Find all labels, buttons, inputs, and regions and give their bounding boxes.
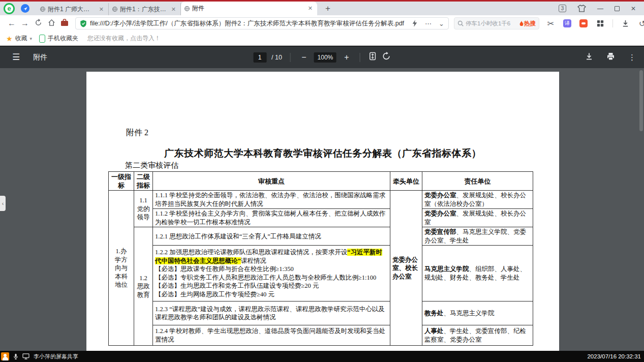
audit-task-table: 一级指标 二级指标 审核重点 牵头单位 责任单位 1.办 学方 向与 本科 地位… <box>108 171 533 346</box>
favorites-star-icon[interactable]: ★ <box>6 35 13 43</box>
url-text[interactable]: file:///D:/李小萍/法学院工作/（广东省指标体系）附件2：广东技术师范… <box>90 19 412 28</box>
rotate-button[interactable] <box>382 52 391 63</box>
browser-logo-icon[interactable]: e <box>4 3 15 14</box>
close-window-button[interactable]: ✕ <box>631 5 636 12</box>
required-item: 【必选】专职党务工作人员和思想政治工作人员总数与全校师生人数比例≥1:100 <box>155 274 388 282</box>
screenshot-scissors-icon[interactable]: ✂ <box>546 19 555 28</box>
forward-button[interactable]: → <box>18 19 32 28</box>
address-bar[interactable]: file:///D:/李小萍/法学院工作/（广东省指标体系）附件2：广东技术师范… <box>75 17 449 29</box>
pdf-more-menu-icon[interactable]: ⋮ <box>628 53 636 62</box>
audit-category: 第二类审核评估 <box>125 161 178 170</box>
screen-share-taskbar: 李小萍的屏幕共享 2023/07/16 20:32:31 <box>0 351 644 362</box>
pdf-page: 附件 2 广东技术师范大学本科教育教学审核评估任务分解表（广东省指标体系） 第二… <box>86 72 559 351</box>
tab-1[interactable]: 附件1 广师大教【2019】168 ✕ <box>37 3 109 15</box>
address-dropdown-icon[interactable]: ⌄ <box>439 20 444 27</box>
table-row: 1.2.3 “课程思政”建设与成效，课程思政示范课程、课程思政教学研究示范中心以… <box>109 301 533 325</box>
tab-title: 附件1：广东技术师范大学本科 <box>120 5 168 14</box>
level1-indicator-cell: 1.办 学方 向与 本科 地位 <box>109 191 134 346</box>
speed-mode-bolt-icon[interactable] <box>412 20 418 27</box>
document-title: 广东技术师范大学本科教育教学审核评估任务分解表（广东省指标体系） <box>86 147 559 160</box>
hot-search-link[interactable]: 热搜 <box>519 20 536 27</box>
fit-page-button[interactable] <box>369 52 377 63</box>
required-item: 【必选】思政课专任教师与折合在校生比例≥1:350 <box>155 265 388 274</box>
toolbar-extensions: ✂ 译 ↺ ≡ <box>546 19 644 28</box>
vertical-scrollbar-thumb[interactable] <box>639 70 643 131</box>
translate-icon[interactable]: 译 <box>563 19 571 27</box>
address-more-icon[interactable]: ⋯ <box>425 20 432 27</box>
recording-timestamp: 2023/07/16 20:32:31 <box>587 353 644 359</box>
zoom-in-button[interactable]: + <box>342 53 352 62</box>
zoom-level[interactable]: 100% <box>314 52 336 63</box>
back-button[interactable]: ← <box>5 19 18 28</box>
apps-grid-icon[interactable] <box>596 19 604 28</box>
header-focus: 审核重点 <box>153 172 390 191</box>
required-item: 【必选】生均思政工作和党务工作队伍建设专项经费≥20 元 <box>155 282 388 290</box>
pdf-page-controls: 1 / 10 − 100% + <box>253 52 391 63</box>
theme-skin-icon[interactable] <box>577 5 586 12</box>
pdf-sidebar-menu-icon[interactable]: ☰ <box>12 52 20 63</box>
bookmarks-import-hint[interactable]: 您还没有收藏，点击导入！ <box>87 34 161 43</box>
globe-icon <box>112 6 118 12</box>
pdf-toolbar-divider <box>290 53 291 62</box>
browser-toolbar: ← → file:///D:/李小萍/法学院工作/（广东省指标体系）附件2：广东… <box>0 15 644 32</box>
mobile-bookmarks-folder[interactable]: 手机收藏夹 <box>48 34 78 43</box>
attachment-number: 附件 2 <box>126 128 148 138</box>
globe-icon <box>184 6 190 12</box>
pdf-toolbar: ☰ 附件 1 / 10 − 100% + ⋮ <box>0 46 644 68</box>
responsible-1-1-2: 党委办公室、发展规划处、校长办公室 <box>422 209 533 227</box>
responsible-1-2-3: 教务处、马克思主义学院 <box>422 301 533 325</box>
pinned-extension-icon[interactable] <box>21 4 29 13</box>
responsible-1-2-1: 党委宣传部、马克思主义学院、党委办公室、学生处 <box>422 227 533 246</box>
maximize-button[interactable] <box>615 6 620 11</box>
search-box[interactable]: 停车1小时收1千6 热搜 <box>454 17 539 29</box>
table-row: 1.办 学方 向与 本科 地位 1.1 党的 领导 1.1.1 学校坚持党的全面… <box>109 191 533 209</box>
reload-button[interactable] <box>32 19 45 28</box>
minimize-button[interactable]: — <box>597 5 603 12</box>
header-level2: 二级指标 <box>134 172 153 191</box>
lead-unit-cell: 党委办公室、校长办公室 <box>390 191 422 346</box>
page-number-input[interactable]: 1 <box>253 52 266 63</box>
table-row: 1.2.4 学校对教师、学生出现思想政治、道德品质等负面问题能否及时发现和妥当处… <box>109 325 533 346</box>
game-center-icon[interactable] <box>579 19 588 27</box>
pdf-document-title: 附件 <box>33 53 47 62</box>
pdf-download-button[interactable] <box>585 52 593 63</box>
toolbox-icon[interactable] <box>58 19 71 28</box>
focus-1-1-1: 1.1.1 学校坚持党的全面领导，依法治教、依法办学、依法治校，围绕国家战略需求… <box>153 191 390 209</box>
responsible-1-1-1: 党委办公室、发展规划处、校长办公室（依法治校办公室） <box>422 191 533 209</box>
favorites-caret-icon[interactable]: ▾ <box>30 36 33 41</box>
tab-strip: 附件1 广师大教【2019】168 ✕ 附件1：广东技术师范大学本科 ✕ 附件 … <box>37 2 317 15</box>
new-tab-button[interactable]: + <box>322 4 333 14</box>
tab-2[interactable]: 附件1：广东技术师范大学本科 ✕ <box>109 3 181 15</box>
sidebar-collapse-handle[interactable]: ‹ <box>0 196 6 211</box>
responsible-1-2-2: 马克思主义学院、组织部、人事处、规划处、财务处、教务处、学生处 <box>422 246 533 301</box>
microphone-icon[interactable] <box>13 353 18 360</box>
tab-3-active[interactable]: 附件 ✕ <box>181 2 317 15</box>
flame-icon <box>519 20 524 26</box>
tab-close-icon[interactable]: ✕ <box>98 6 105 13</box>
screen-share-icon[interactable] <box>22 353 29 359</box>
sharer-avatar <box>1 352 9 360</box>
home-button[interactable] <box>45 19 58 28</box>
tab-close-icon[interactable]: ✕ <box>170 6 177 13</box>
tab-close-icon[interactable]: ✕ <box>306 5 314 12</box>
tab-title: 附件1 广师大教【2019】168 <box>48 5 96 14</box>
header-lead: 牵头单位 <box>390 172 422 191</box>
downloads-icon[interactable] <box>621 19 630 28</box>
pdf-print-button[interactable] <box>606 52 615 63</box>
mobile-bookmarks-icon <box>39 35 45 43</box>
page-total-label: / 10 <box>271 54 282 61</box>
tab-count-badge[interactable]: 3 <box>559 5 566 12</box>
toolbar-divider <box>612 19 613 27</box>
zoom-out-button[interactable]: − <box>299 53 309 62</box>
focus-1-2-2: 1.2.2 加强思想政治理论课教师队伍和思政课程建设情况，按要求开设“习近平新时… <box>153 246 390 301</box>
header-responsible: 责任单位 <box>422 172 533 191</box>
focus-1-2-4: 1.2.4 学校对教师、学生出现思想政治、道德品质等负面问题能否及时发现和妥当处… <box>153 325 390 346</box>
table-row: 1.1.2 学校坚持社会主义办学方向、贯彻落实立德树人根本任务、把立德树人成效作… <box>109 209 533 227</box>
search-query[interactable]: 停车1小时收1千6 <box>466 20 519 27</box>
header-level1: 一级指标 <box>109 172 134 191</box>
globe-icon <box>40 6 46 12</box>
pdf-viewport: 附件 2 广东技术师范大学本科教育教学审核评估任务分解表（广东省指标体系） 第二… <box>0 68 644 351</box>
favorites-label[interactable]: 收藏 <box>15 34 27 43</box>
restore-session-icon[interactable]: ↺ <box>638 19 644 28</box>
security-shield-icon <box>80 20 87 27</box>
